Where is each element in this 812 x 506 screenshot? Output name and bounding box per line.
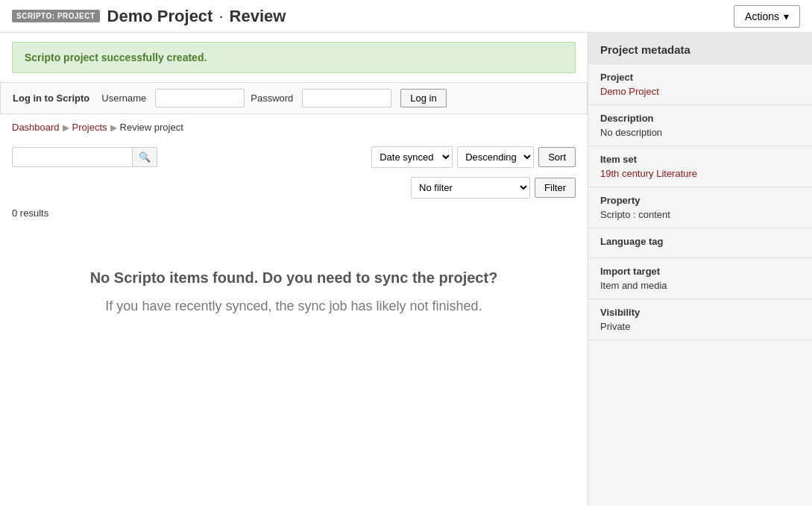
metadata-section-2: Item set19th century Literature <box>588 146 812 187</box>
breadcrumb-sep-2: ▶ <box>110 122 117 133</box>
breadcrumb-projects[interactable]: Projects <box>72 122 107 133</box>
metadata-label-3: Property <box>600 195 800 206</box>
empty-state-line1: No Scripto items found. Do you need to s… <box>30 269 558 287</box>
metadata-section-3: PropertyScripto : content <box>588 187 812 228</box>
success-banner: Scripto project successfully created. <box>12 42 576 73</box>
metadata-label-2: Item set <box>600 154 800 165</box>
password-label: Password <box>251 93 293 104</box>
breadcrumb: Dashboard ▶ Projects ▶ Review project <box>0 114 588 140</box>
actions-label: Actions <box>745 10 779 22</box>
metadata-section-0: ProjectDemo Project <box>588 64 812 105</box>
header-separator: · <box>218 7 223 26</box>
right-sidebar: Project metadata ProjectDemo ProjectDesc… <box>588 33 812 506</box>
metadata-value-0[interactable]: Demo Project <box>600 86 800 97</box>
metadata-section-4: Language tag <box>588 228 812 258</box>
login-button[interactable]: Log in <box>400 89 446 107</box>
filter-button[interactable]: Filter <box>535 178 576 198</box>
metadata-value-6: Private <box>600 321 800 332</box>
chevron-down-icon: ▾ <box>784 10 789 22</box>
metadata-value-2[interactable]: 19th century Literature <box>600 168 800 179</box>
username-label: Username <box>101 93 146 104</box>
main-layout: Scripto project successfully created. Lo… <box>0 33 812 506</box>
scripto-badge: SCRIPTO: PROJECT <box>12 10 100 22</box>
sort-button[interactable]: Sort <box>538 147 576 167</box>
filter-select[interactable]: No filter <box>411 177 530 199</box>
empty-state-line2: If you have recently synced, the sync jo… <box>30 299 558 314</box>
sidebar-sections: ProjectDemo ProjectDescriptionNo descrip… <box>588 64 812 340</box>
breadcrumb-sep-1: ▶ <box>63 122 69 133</box>
left-content: Scripto project successfully created. Lo… <box>0 33 588 506</box>
empty-state: No Scripto items found. Do you need to s… <box>0 225 588 359</box>
login-label: Log in to Scripto <box>13 93 89 104</box>
password-input[interactable] <box>302 89 391 107</box>
login-bar: Log in to Scripto Username Password Log … <box>0 82 588 114</box>
metadata-label-4: Language tag <box>600 236 800 247</box>
sidebar-title: Project metadata <box>588 33 812 64</box>
actions-button[interactable]: Actions ▾ <box>734 5 800 28</box>
metadata-label-5: Import target <box>600 266 800 277</box>
username-input[interactable] <box>155 89 245 107</box>
metadata-section-1: DescriptionNo description <box>588 105 812 146</box>
metadata-label-1: Description <box>600 113 800 124</box>
search-input-wrapper: 🔍 <box>12 147 157 167</box>
sort-field-select[interactable]: Date synced Title Date created <box>371 146 453 168</box>
search-input[interactable] <box>13 148 132 166</box>
metadata-section-6: VisibilityPrivate <box>588 299 812 340</box>
project-title: Demo Project <box>107 7 213 26</box>
metadata-section-5: Import targetItem and media <box>588 258 812 299</box>
metadata-value-5: Item and media <box>600 280 800 291</box>
breadcrumb-dashboard[interactable]: Dashboard <box>12 122 60 133</box>
sort-order-select[interactable]: Descending Ascending <box>457 146 534 168</box>
header: SCRIPTO: PROJECT Demo Project · Review A… <box>0 0 812 33</box>
search-bar: 🔍 Date synced Title Date created Descend… <box>0 140 588 174</box>
search-icon: 🔍 <box>139 152 151 163</box>
search-button[interactable]: 🔍 <box>132 148 157 166</box>
metadata-value-1: No description <box>600 127 800 138</box>
metadata-label-0: Project <box>600 72 800 83</box>
breadcrumb-current: Review project <box>120 122 183 133</box>
filter-bar: No filter Filter <box>0 174 588 204</box>
header-actions-area: Actions ▾ <box>734 5 800 28</box>
results-count: 0 results <box>0 204 588 225</box>
metadata-label-6: Visibility <box>600 307 800 318</box>
page-subtitle: Review <box>230 7 286 26</box>
metadata-value-3: Scripto : content <box>600 209 800 220</box>
